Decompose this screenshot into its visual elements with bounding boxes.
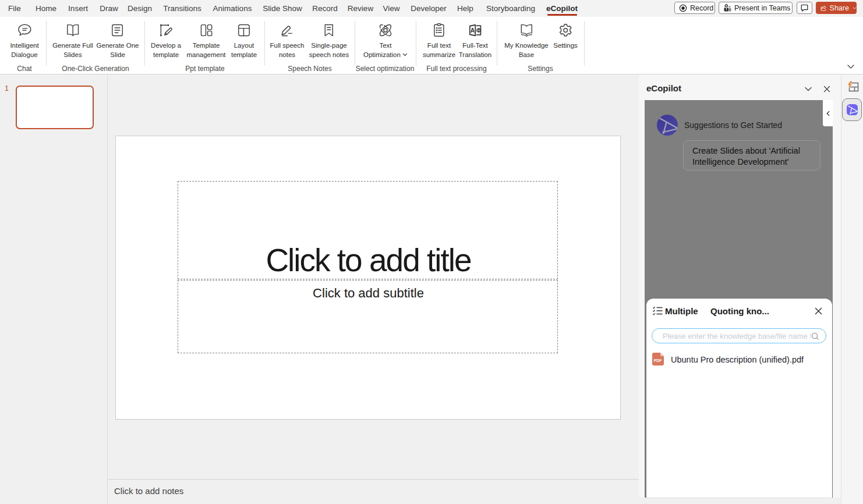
svg-text:PDF: PDF: [654, 359, 662, 363]
svg-text:T: T: [725, 7, 727, 11]
svg-text:Φ: Φ: [476, 27, 481, 34]
svg-text:A: A: [471, 27, 475, 34]
